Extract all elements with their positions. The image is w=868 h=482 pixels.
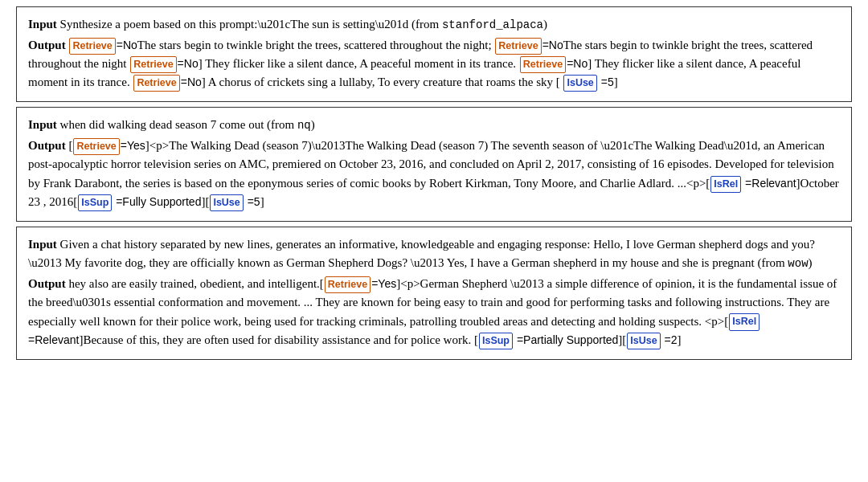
badge-isuse-2: IsUse (210, 194, 243, 211)
section1-input: Input Synthesize a poem based on this pr… (28, 15, 840, 35)
badge-retrieve-1e: Retrieve (133, 75, 179, 92)
badge-issup-3: IsSup (479, 333, 513, 349)
section3-input: Input Given a chat history separated by … (28, 235, 840, 273)
input-from-2: nq (297, 119, 311, 132)
input-from-1: stanford_alpaca (442, 18, 543, 31)
badge-retrieve-2a: Retrieve (73, 138, 119, 155)
badge-retrieve-1b: Retrieve (495, 38, 541, 55)
eq-isrel-2: =Relevant (742, 177, 796, 190)
eq-issup-3: =Partially Supported (514, 333, 618, 346)
badge-retrieve-1d: Retrieve (520, 56, 566, 73)
section2-input: Input when did walking dead season 7 com… (28, 116, 840, 135)
eq-1d: =No (567, 57, 588, 70)
eq-isrel-3: =Relevant (28, 333, 79, 346)
input-text-2: when did walking dead season 7 come out … (60, 118, 315, 131)
badge-isuse-1: IsUse (563, 75, 596, 92)
badge-issup-2: IsSup (78, 194, 112, 211)
output-content-2: [Retrieve=Yes]<p>The Walking Dead (seaso… (28, 139, 839, 208)
eq-isuse-1: =5 (598, 76, 614, 88)
input-label-2: Input (28, 118, 57, 131)
input-text-1: Synthesize a poem based on this prompt:\… (60, 18, 547, 31)
output-label-1: Output (28, 39, 66, 51)
eq-2a: =Yes (121, 139, 145, 152)
badge-retrieve-1c: Retrieve (130, 56, 176, 73)
eq-1c: =No (178, 57, 199, 70)
section3-output: Output hey also are easily trained, obed… (28, 275, 840, 349)
input-label-1: Input (28, 18, 57, 31)
output-content-1: Retrieve=NoThe stars begin to twinkle br… (28, 39, 813, 89)
eq-issup-2: =Fully Supported (113, 195, 201, 208)
section-2: Input when did walking dead season 7 com… (16, 107, 852, 222)
eq-3a: =Yes (371, 277, 396, 290)
eq-isuse-2: =5 (244, 195, 260, 208)
badge-isrel-2: IsRel (710, 176, 741, 193)
eq-1e: =No (181, 76, 202, 88)
main-container: Input Synthesize a poem based on this pr… (0, 0, 868, 371)
input-text-3: Given a chat history separated by new li… (28, 238, 815, 269)
output-label-3: Output (28, 277, 66, 290)
input-label-3: Input (28, 238, 57, 251)
badge-isuse-3: IsUse (627, 333, 660, 349)
badge-retrieve-3a: Retrieve (325, 276, 371, 293)
badge-isrel-3: IsRel (729, 313, 760, 330)
eq-1b: =No (542, 39, 563, 51)
eq-1a: =No (117, 39, 137, 51)
section-3: Input Given a chat history separated by … (16, 227, 852, 360)
output-content-3: hey also are easily trained, obedient, a… (28, 277, 837, 346)
output-label-2: Output (28, 139, 66, 152)
input-from-3: wow (788, 257, 808, 270)
section1-output: Output Retrieve=NoThe stars begin to twi… (28, 36, 840, 92)
eq-isuse-3: =2 (661, 333, 678, 346)
section-1: Input Synthesize a poem based on this pr… (16, 6, 852, 102)
section2-output: Output [Retrieve=Yes]<p>The Walking Dead… (28, 137, 840, 211)
badge-retrieve-1a: Retrieve (69, 38, 115, 55)
